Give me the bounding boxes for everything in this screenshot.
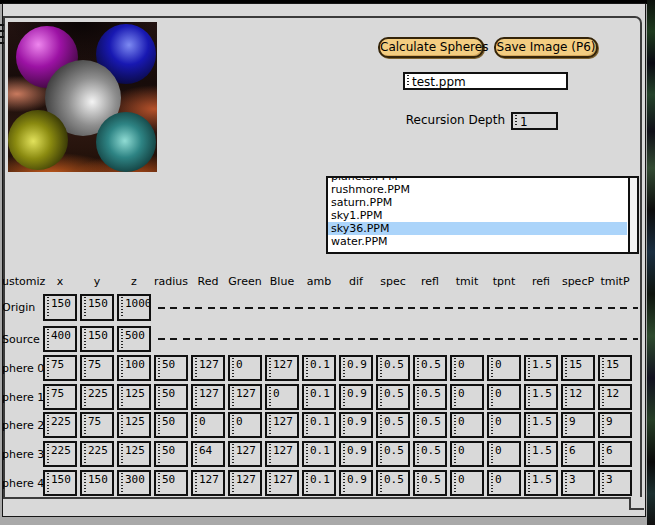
cell-phere-4-x[interactable]: 150	[43, 470, 77, 496]
cell-phere-2-x[interactable]: 225	[43, 412, 77, 438]
cell-phere-4-dif[interactable]: 0.9	[339, 470, 373, 496]
list-scrollbar[interactable]	[628, 178, 637, 252]
save-image-button[interactable]: Save Image (P6)	[494, 37, 598, 58]
cell-phere-0-refl[interactable]: 0.5	[413, 355, 447, 381]
cell-phere-2-z[interactable]: 125	[117, 412, 151, 438]
cell-phere-1-Red[interactable]: 127	[191, 384, 225, 410]
list-item-clipped[interactable]: planets.PPM	[328, 176, 627, 183]
cell-Origin-x[interactable]: 150	[43, 294, 77, 321]
cell-phere-1-tpnt[interactable]: 0	[487, 384, 521, 410]
cell-phere-3-Green[interactable]: 127	[228, 441, 262, 467]
cell-phere-2-radius[interactable]: 50	[154, 412, 188, 438]
cell-phere-3-refi[interactable]: 1.5	[524, 441, 558, 467]
cell-phere-2-tmitP[interactable]: 9	[598, 412, 632, 438]
cell-phere-4-z[interactable]: 300	[117, 470, 151, 496]
cell-phere-0-specP[interactable]: 15	[561, 355, 595, 381]
cell-Source-z[interactable]: 500	[117, 326, 151, 352]
cell-phere-4-tpnt[interactable]: 0	[487, 470, 521, 496]
calculate-spheres-button[interactable]: Calculate Spheres	[378, 37, 484, 58]
cell-Origin-y[interactable]: 150	[80, 294, 114, 321]
cell-phere-0-dif[interactable]: 0.9	[339, 355, 373, 381]
list-item-saturn.PPM[interactable]: saturn.PPM	[328, 196, 627, 209]
cell-phere-2-Blue[interactable]: 127	[265, 412, 299, 438]
cell-phere-0-tmitP[interactable]: 15	[598, 355, 632, 381]
cell-phere-1-amb[interactable]: 0.1	[302, 384, 336, 410]
cell-phere-0-x[interactable]: 75	[43, 355, 77, 381]
cell-phere-1-y[interactable]: 225	[80, 384, 114, 410]
cell-phere-1-x[interactable]: 75	[43, 384, 77, 410]
cell-phere-1-z[interactable]: 125	[117, 384, 151, 410]
cell-phere-4-y[interactable]: 150	[80, 470, 114, 496]
cell-phere-3-radius[interactable]: 50	[154, 441, 188, 467]
cell-phere-2-tmit[interactable]: 0	[450, 412, 484, 438]
row-cells: 75751005012701270.10.90.50.5001.51515	[43, 355, 632, 381]
filename-input[interactable]: test.ppm	[403, 72, 568, 90]
cell-phere-2-Green[interactable]: 0	[228, 412, 262, 438]
cell-phere-0-amb[interactable]: 0.1	[302, 355, 336, 381]
cell-phere-3-amb[interactable]: 0.1	[302, 441, 336, 467]
cell-phere-3-y[interactable]: 225	[80, 441, 114, 467]
list-item-sky36.PPM[interactable]: sky36.PPM	[328, 222, 627, 235]
column-header-refi: refi	[524, 275, 558, 288]
cell-phere-1-tmit[interactable]: 0	[450, 384, 484, 410]
cell-phere-1-tmitP[interactable]: 12	[598, 384, 632, 410]
cell-phere-3-specP[interactable]: 6	[561, 441, 595, 467]
cell-phere-2-Red[interactable]: 0	[191, 412, 225, 438]
cell-phere-4-tmitP[interactable]: 3	[598, 470, 632, 496]
cell-phere-1-refi[interactable]: 1.5	[524, 384, 558, 410]
cell-phere-2-specP[interactable]: 9	[561, 412, 595, 438]
cell-phere-4-Green[interactable]: 127	[228, 470, 262, 496]
cell-phere-0-radius[interactable]: 50	[154, 355, 188, 381]
cell-phere-4-Blue[interactable]: 127	[265, 470, 299, 496]
list-item-sky1.PPM[interactable]: sky1.PPM	[328, 209, 627, 222]
cell-phere-1-Blue[interactable]: 0	[265, 384, 299, 410]
cell-phere-0-z[interactable]: 100	[117, 355, 151, 381]
list-item-rushmore.PPM[interactable]: rushmore.PPM	[328, 183, 627, 196]
cell-phere-0-tmit[interactable]: 0	[450, 355, 484, 381]
cell-phere-3-refl[interactable]: 0.5	[413, 441, 447, 467]
cell-phere-0-refi[interactable]: 1.5	[524, 355, 558, 381]
cell-phere-0-tpnt[interactable]: 0	[487, 355, 521, 381]
cell-phere-3-Red[interactable]: 64	[191, 441, 225, 467]
cell-Origin-z[interactable]: 1000	[117, 294, 151, 321]
cell-phere-2-tpnt[interactable]: 0	[487, 412, 521, 438]
cell-phere-2-refl[interactable]: 0.5	[413, 412, 447, 438]
cell-phere-0-spec[interactable]: 0.5	[376, 355, 410, 381]
cell-phere-3-spec[interactable]: 0.5	[376, 441, 410, 467]
cell-phere-4-specP[interactable]: 3	[561, 470, 595, 496]
cell-phere-1-radius[interactable]: 50	[154, 384, 188, 410]
cell-phere-2-y[interactable]: 75	[80, 412, 114, 438]
cell-phere-0-y[interactable]: 75	[80, 355, 114, 381]
recursion-depth-input[interactable]: 1	[511, 112, 558, 130]
cell-phere-0-Red[interactable]: 127	[191, 355, 225, 381]
cell-phere-3-dif[interactable]: 0.9	[339, 441, 373, 467]
cell-phere-3-tmitP[interactable]: 6	[598, 441, 632, 467]
cell-phere-4-radius[interactable]: 50	[154, 470, 188, 496]
cell-phere-1-specP[interactable]: 12	[561, 384, 595, 410]
window-resize-grip[interactable]	[629, 497, 644, 510]
cell-phere-0-Blue[interactable]: 127	[265, 355, 299, 381]
cell-phere-4-refl[interactable]: 0.5	[413, 470, 447, 496]
cell-phere-1-spec[interactable]: 0.5	[376, 384, 410, 410]
cell-Source-y[interactable]: 150	[80, 326, 114, 352]
cell-phere-1-refl[interactable]: 0.5	[413, 384, 447, 410]
cell-phere-3-tmit[interactable]: 0	[450, 441, 484, 467]
cell-phere-4-spec[interactable]: 0.5	[376, 470, 410, 496]
cell-phere-3-Blue[interactable]: 127	[265, 441, 299, 467]
cell-phere-3-x[interactable]: 225	[43, 441, 77, 467]
cell-phere-1-dif[interactable]: 0.9	[339, 384, 373, 410]
cell-phere-2-amb[interactable]: 0.1	[302, 412, 336, 438]
list-item-water.PPM[interactable]: water.PPM	[328, 235, 627, 248]
cell-phere-0-Green[interactable]: 0	[228, 355, 262, 381]
cell-phere-4-tmit[interactable]: 0	[450, 470, 484, 496]
cell-phere-1-Green[interactable]: 127	[228, 384, 262, 410]
cell-phere-2-refi[interactable]: 1.5	[524, 412, 558, 438]
cell-phere-4-Red[interactable]: 127	[191, 470, 225, 496]
cell-phere-4-amb[interactable]: 0.1	[302, 470, 336, 496]
cell-Source-x[interactable]: 400	[43, 326, 77, 352]
cell-phere-4-refi[interactable]: 1.5	[524, 470, 558, 496]
cell-phere-2-dif[interactable]: 0.9	[339, 412, 373, 438]
cell-phere-3-z[interactable]: 125	[117, 441, 151, 467]
cell-phere-3-tpnt[interactable]: 0	[487, 441, 521, 467]
cell-phere-2-spec[interactable]: 0.5	[376, 412, 410, 438]
